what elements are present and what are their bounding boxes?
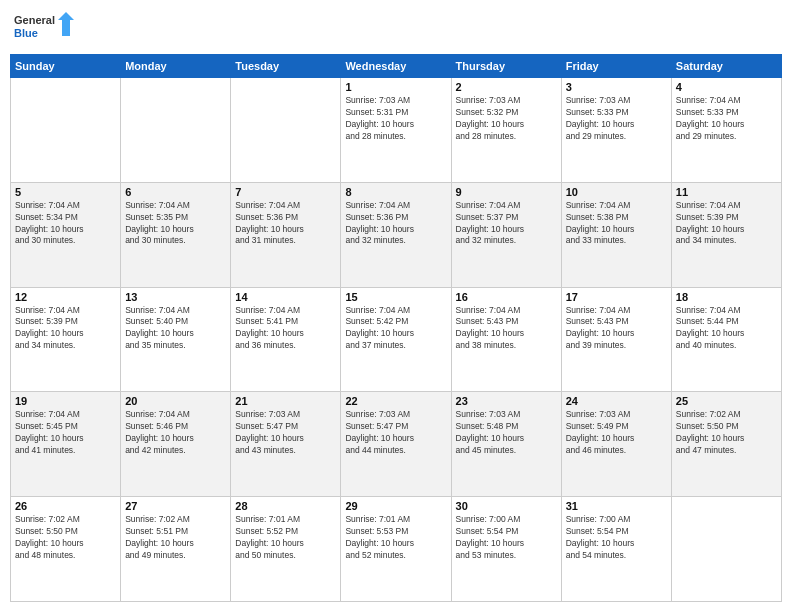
calendar-cell: 18Sunrise: 7:04 AM Sunset: 5:44 PM Dayli… (671, 287, 781, 392)
day-number: 11 (676, 186, 777, 198)
day-info: Sunrise: 7:01 AM Sunset: 5:52 PM Dayligh… (235, 514, 336, 562)
day-number: 28 (235, 500, 336, 512)
day-info: Sunrise: 7:04 AM Sunset: 5:45 PM Dayligh… (15, 409, 116, 457)
calendar-cell: 5Sunrise: 7:04 AM Sunset: 5:34 PM Daylig… (11, 182, 121, 287)
day-info: Sunrise: 7:02 AM Sunset: 5:50 PM Dayligh… (676, 409, 777, 457)
day-number: 20 (125, 395, 226, 407)
day-number: 27 (125, 500, 226, 512)
calendar-cell: 31Sunrise: 7:00 AM Sunset: 5:54 PM Dayli… (561, 497, 671, 602)
calendar-cell: 13Sunrise: 7:04 AM Sunset: 5:40 PM Dayli… (121, 287, 231, 392)
day-number: 30 (456, 500, 557, 512)
calendar-cell: 4Sunrise: 7:04 AM Sunset: 5:33 PM Daylig… (671, 78, 781, 183)
day-info: Sunrise: 7:04 AM Sunset: 5:39 PM Dayligh… (15, 305, 116, 353)
weekday-header-tuesday: Tuesday (231, 55, 341, 78)
calendar-cell: 6Sunrise: 7:04 AM Sunset: 5:35 PM Daylig… (121, 182, 231, 287)
week-row-1: 1Sunrise: 7:03 AM Sunset: 5:31 PM Daylig… (11, 78, 782, 183)
calendar-cell: 29Sunrise: 7:01 AM Sunset: 5:53 PM Dayli… (341, 497, 451, 602)
day-info: Sunrise: 7:02 AM Sunset: 5:51 PM Dayligh… (125, 514, 226, 562)
day-number: 13 (125, 291, 226, 303)
day-info: Sunrise: 7:04 AM Sunset: 5:39 PM Dayligh… (676, 200, 777, 248)
weekday-header-monday: Monday (121, 55, 231, 78)
calendar-table: SundayMondayTuesdayWednesdayThursdayFrid… (10, 54, 782, 602)
svg-marker-2 (58, 12, 74, 36)
day-number: 31 (566, 500, 667, 512)
calendar-cell: 2Sunrise: 7:03 AM Sunset: 5:32 PM Daylig… (451, 78, 561, 183)
calendar-cell: 26Sunrise: 7:02 AM Sunset: 5:50 PM Dayli… (11, 497, 121, 602)
calendar-cell: 11Sunrise: 7:04 AM Sunset: 5:39 PM Dayli… (671, 182, 781, 287)
day-number: 23 (456, 395, 557, 407)
day-number: 21 (235, 395, 336, 407)
week-row-2: 5Sunrise: 7:04 AM Sunset: 5:34 PM Daylig… (11, 182, 782, 287)
day-info: Sunrise: 7:00 AM Sunset: 5:54 PM Dayligh… (456, 514, 557, 562)
day-info: Sunrise: 7:03 AM Sunset: 5:49 PM Dayligh… (566, 409, 667, 457)
calendar-cell (231, 78, 341, 183)
calendar-cell: 15Sunrise: 7:04 AM Sunset: 5:42 PM Dayli… (341, 287, 451, 392)
weekday-header-row: SundayMondayTuesdayWednesdayThursdayFrid… (11, 55, 782, 78)
day-info: Sunrise: 7:04 AM Sunset: 5:35 PM Dayligh… (125, 200, 226, 248)
calendar-cell: 17Sunrise: 7:04 AM Sunset: 5:43 PM Dayli… (561, 287, 671, 392)
svg-text:General: General (14, 14, 55, 26)
day-info: Sunrise: 7:03 AM Sunset: 5:31 PM Dayligh… (345, 95, 446, 143)
calendar-cell: 22Sunrise: 7:03 AM Sunset: 5:47 PM Dayli… (341, 392, 451, 497)
svg-text:Blue: Blue (14, 27, 38, 39)
day-info: Sunrise: 7:01 AM Sunset: 5:53 PM Dayligh… (345, 514, 446, 562)
calendar-cell: 12Sunrise: 7:04 AM Sunset: 5:39 PM Dayli… (11, 287, 121, 392)
day-number: 8 (345, 186, 446, 198)
calendar-cell: 16Sunrise: 7:04 AM Sunset: 5:43 PM Dayli… (451, 287, 561, 392)
calendar-cell: 1Sunrise: 7:03 AM Sunset: 5:31 PM Daylig… (341, 78, 451, 183)
day-info: Sunrise: 7:00 AM Sunset: 5:54 PM Dayligh… (566, 514, 667, 562)
day-info: Sunrise: 7:04 AM Sunset: 5:36 PM Dayligh… (345, 200, 446, 248)
day-number: 6 (125, 186, 226, 198)
weekday-header-friday: Friday (561, 55, 671, 78)
day-number: 29 (345, 500, 446, 512)
calendar-cell (671, 497, 781, 602)
calendar-cell: 9Sunrise: 7:04 AM Sunset: 5:37 PM Daylig… (451, 182, 561, 287)
calendar-cell: 28Sunrise: 7:01 AM Sunset: 5:52 PM Dayli… (231, 497, 341, 602)
calendar-cell: 23Sunrise: 7:03 AM Sunset: 5:48 PM Dayli… (451, 392, 561, 497)
day-info: Sunrise: 7:04 AM Sunset: 5:41 PM Dayligh… (235, 305, 336, 353)
day-info: Sunrise: 7:03 AM Sunset: 5:47 PM Dayligh… (235, 409, 336, 457)
week-row-3: 12Sunrise: 7:04 AM Sunset: 5:39 PM Dayli… (11, 287, 782, 392)
day-number: 16 (456, 291, 557, 303)
day-info: Sunrise: 7:04 AM Sunset: 5:43 PM Dayligh… (456, 305, 557, 353)
day-info: Sunrise: 7:03 AM Sunset: 5:48 PM Dayligh… (456, 409, 557, 457)
day-info: Sunrise: 7:04 AM Sunset: 5:40 PM Dayligh… (125, 305, 226, 353)
weekday-header-saturday: Saturday (671, 55, 781, 78)
day-number: 5 (15, 186, 116, 198)
day-number: 24 (566, 395, 667, 407)
day-number: 9 (456, 186, 557, 198)
day-number: 19 (15, 395, 116, 407)
day-info: Sunrise: 7:04 AM Sunset: 5:37 PM Dayligh… (456, 200, 557, 248)
day-number: 1 (345, 81, 446, 93)
calendar-cell: 7Sunrise: 7:04 AM Sunset: 5:36 PM Daylig… (231, 182, 341, 287)
day-number: 10 (566, 186, 667, 198)
calendar-cell (121, 78, 231, 183)
calendar-cell: 21Sunrise: 7:03 AM Sunset: 5:47 PM Dayli… (231, 392, 341, 497)
calendar-cell: 27Sunrise: 7:02 AM Sunset: 5:51 PM Dayli… (121, 497, 231, 602)
calendar-cell: 20Sunrise: 7:04 AM Sunset: 5:46 PM Dayli… (121, 392, 231, 497)
calendar-cell: 14Sunrise: 7:04 AM Sunset: 5:41 PM Dayli… (231, 287, 341, 392)
day-number: 18 (676, 291, 777, 303)
calendar-cell: 19Sunrise: 7:04 AM Sunset: 5:45 PM Dayli… (11, 392, 121, 497)
day-number: 4 (676, 81, 777, 93)
day-number: 15 (345, 291, 446, 303)
weekday-header-wednesday: Wednesday (341, 55, 451, 78)
week-row-4: 19Sunrise: 7:04 AM Sunset: 5:45 PM Dayli… (11, 392, 782, 497)
day-info: Sunrise: 7:02 AM Sunset: 5:50 PM Dayligh… (15, 514, 116, 562)
header: General Blue (10, 10, 782, 46)
day-info: Sunrise: 7:04 AM Sunset: 5:44 PM Dayligh… (676, 305, 777, 353)
day-number: 17 (566, 291, 667, 303)
day-number: 25 (676, 395, 777, 407)
day-number: 14 (235, 291, 336, 303)
day-number: 12 (15, 291, 116, 303)
day-info: Sunrise: 7:04 AM Sunset: 5:42 PM Dayligh… (345, 305, 446, 353)
day-info: Sunrise: 7:04 AM Sunset: 5:34 PM Dayligh… (15, 200, 116, 248)
calendar-cell: 8Sunrise: 7:04 AM Sunset: 5:36 PM Daylig… (341, 182, 451, 287)
calendar-cell: 30Sunrise: 7:00 AM Sunset: 5:54 PM Dayli… (451, 497, 561, 602)
page: General Blue SundayMondayTuesdayWednesda… (0, 0, 792, 612)
day-info: Sunrise: 7:03 AM Sunset: 5:33 PM Dayligh… (566, 95, 667, 143)
day-number: 22 (345, 395, 446, 407)
day-info: Sunrise: 7:04 AM Sunset: 5:33 PM Dayligh… (676, 95, 777, 143)
day-number: 2 (456, 81, 557, 93)
calendar-cell: 10Sunrise: 7:04 AM Sunset: 5:38 PM Dayli… (561, 182, 671, 287)
